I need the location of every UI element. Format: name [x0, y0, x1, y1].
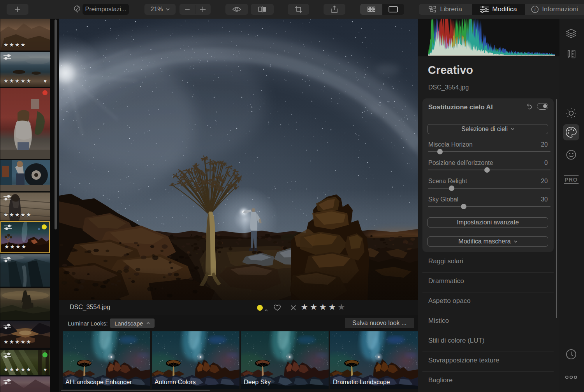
svg-text:i: i	[535, 7, 536, 12]
